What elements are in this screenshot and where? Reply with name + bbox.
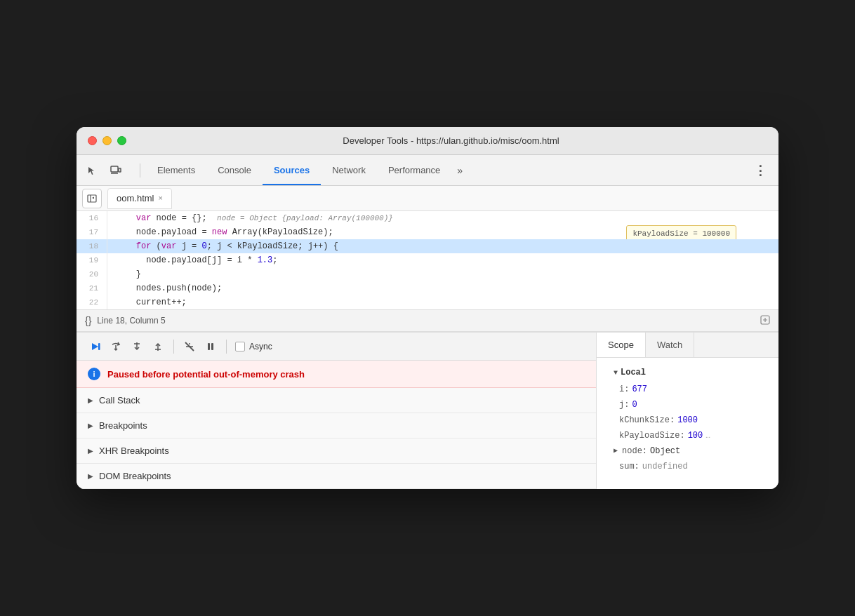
source-file-tab[interactable]: oom.html × bbox=[107, 188, 172, 209]
callstack-label: Call Stack bbox=[99, 395, 140, 406]
debug-toolbar: Async bbox=[77, 333, 596, 361]
xhr-label: XHR Breakpoints bbox=[99, 446, 169, 456]
scope-val-sum: undefined bbox=[642, 459, 688, 474]
pause-on-exception-button[interactable] bbox=[201, 337, 220, 356]
tab-bar: Elements Console Sources Network Perform… bbox=[77, 155, 778, 186]
tab-performance[interactable]: Performance bbox=[377, 155, 451, 185]
code-content-16: var node = {}; node = Object {payload: A… bbox=[107, 211, 778, 225]
status-bar-right-area bbox=[760, 315, 770, 327]
scope-content: ▼ Local i: 677 j: 0 kChunkSize: 1000 kPa… bbox=[597, 358, 778, 481]
device-toggle-icon[interactable] bbox=[106, 161, 126, 180]
scope-val-j: 0 bbox=[632, 397, 637, 413]
status-bar: {} Line 18, Column 5 bbox=[77, 309, 778, 332]
svg-marker-7 bbox=[92, 343, 98, 350]
dom-arrow: ▶ bbox=[88, 472, 93, 480]
breakpoints-label: Breakpoints bbox=[99, 420, 147, 431]
more-tabs-button[interactable]: » bbox=[451, 165, 468, 176]
sidebar-toggle-icon[interactable] bbox=[82, 189, 102, 208]
code-line-22: 22 current++; bbox=[77, 295, 778, 309]
source-tab-close[interactable]: × bbox=[158, 194, 162, 202]
scope-key-node: node: bbox=[622, 443, 647, 459]
debug-area: Async i Paused before potential out-of-m… bbox=[77, 333, 596, 489]
svg-rect-17 bbox=[208, 343, 210, 350]
code-content-19: node.payload[j] = i * 1.3; bbox=[107, 253, 778, 267]
async-label: Async bbox=[249, 342, 272, 351]
close-button[interactable] bbox=[88, 136, 97, 145]
line-number-17: 17 bbox=[77, 225, 107, 239]
xhr-arrow: ▶ bbox=[88, 447, 93, 455]
scope-item-kpayloadsize: kPayloadSize: 100… bbox=[608, 428, 767, 443]
scope-key-i: i: bbox=[619, 382, 629, 397]
scope-key-j: j: bbox=[619, 397, 629, 413]
cursor-icon[interactable] bbox=[82, 161, 102, 180]
scope-item-j: j: 0 bbox=[608, 397, 767, 413]
line-number-20: 20 bbox=[77, 267, 107, 281]
resume-button[interactable] bbox=[85, 337, 105, 356]
tab-elements[interactable]: Elements bbox=[146, 155, 206, 185]
async-toggle[interactable]: Async bbox=[235, 342, 272, 351]
step-into-button[interactable] bbox=[127, 337, 147, 356]
code-line-21: 21 nodes.push(node); bbox=[77, 281, 778, 295]
code-line-16: 16 var node = {}; node = Object {payload… bbox=[77, 211, 778, 225]
callstack-accordion[interactable]: ▶ Call Stack bbox=[77, 388, 596, 413]
breakpoints-header[interactable]: ▶ Breakpoints bbox=[77, 413, 596, 438]
code-line-18: 18 for (var j = 0; j < kPayloadSize; j++… bbox=[77, 239, 778, 253]
scope-val-i: 677 bbox=[632, 382, 647, 397]
line-number-19: 19 bbox=[77, 253, 107, 267]
devtools-menu-icon[interactable]: ⋮ bbox=[748, 160, 773, 181]
scope-tab-watch[interactable]: Watch bbox=[646, 333, 694, 357]
async-checkbox[interactable] bbox=[235, 342, 245, 351]
step-over-button[interactable] bbox=[106, 337, 126, 356]
scope-local-section[interactable]: ▼ Local bbox=[608, 365, 767, 382]
oom-message: Paused before potential out-of-memory cr… bbox=[107, 369, 305, 380]
scope-val-kchunksize: 1000 bbox=[677, 413, 698, 428]
scope-panel: Scope Watch ▼ Local i: 677 j: 0 bbox=[596, 333, 778, 489]
lower-panel: Async i Paused before potential out-of-m… bbox=[77, 332, 778, 489]
source-filename: oom.html bbox=[117, 193, 154, 203]
svg-rect-18 bbox=[211, 343, 213, 350]
dom-breakpoints-accordion[interactable]: ▶ DOM Breakpoints bbox=[77, 464, 596, 489]
minimize-button[interactable] bbox=[102, 136, 112, 145]
info-icon: i bbox=[88, 368, 100, 380]
code-content-21: nodes.push(node); bbox=[107, 281, 778, 295]
dom-breakpoints-header[interactable]: ▶ DOM Breakpoints bbox=[77, 464, 596, 488]
line-number-21: 21 bbox=[77, 281, 107, 295]
tab-sources[interactable]: Sources bbox=[263, 155, 321, 185]
scope-item-node[interactable]: ▶ node: Object bbox=[608, 443, 767, 459]
scope-tabs: Scope Watch bbox=[597, 333, 778, 358]
callstack-header[interactable]: ▶ Call Stack bbox=[77, 388, 596, 413]
source-tabs: oom.html × bbox=[77, 186, 778, 211]
window-title: Developer Tools - https://ulan.github.io… bbox=[135, 135, 767, 146]
code-editor[interactable]: 16 var node = {}; node = Object {payload… bbox=[77, 211, 778, 309]
tab-network[interactable]: Network bbox=[321, 155, 377, 185]
debug-separator-2 bbox=[226, 340, 227, 354]
scope-tab-scope[interactable]: Scope bbox=[597, 333, 646, 357]
tab-console[interactable]: Console bbox=[206, 155, 263, 185]
svg-rect-0 bbox=[111, 166, 118, 172]
oom-warning: i Paused before potential out-of-memory … bbox=[77, 361, 596, 388]
scope-key-kchunksize: kChunkSize: bbox=[619, 413, 675, 428]
code-content-20: } bbox=[107, 267, 778, 281]
xhr-breakpoints-accordion[interactable]: ▶ XHR Breakpoints bbox=[77, 438, 596, 464]
node-expand-arrow: ▶ bbox=[614, 443, 618, 459]
line-number-16: 16 bbox=[77, 211, 107, 225]
breakpoints-accordion[interactable]: ▶ Breakpoints bbox=[77, 413, 596, 438]
debug-separator-1 bbox=[173, 340, 174, 354]
curly-braces-icon: {} bbox=[85, 315, 91, 326]
tab-bar-icons bbox=[82, 161, 126, 180]
status-text: Line 18, Column 5 bbox=[97, 316, 165, 326]
callstack-arrow: ▶ bbox=[88, 396, 93, 404]
scope-item-kchunksize: kChunkSize: 1000 bbox=[608, 413, 767, 428]
scope-val-node: Object bbox=[650, 443, 680, 459]
svg-rect-1 bbox=[119, 168, 121, 172]
line-number-18: 18 bbox=[77, 239, 107, 253]
code-content-22: current++; bbox=[107, 295, 778, 309]
step-out-button[interactable] bbox=[148, 337, 168, 356]
title-bar: Developer Tools - https://ulan.github.io… bbox=[77, 127, 778, 155]
breakpoints-arrow: ▶ bbox=[88, 422, 93, 429]
devtools-window: Developer Tools - https://ulan.github.io… bbox=[77, 127, 778, 489]
xhr-breakpoints-header[interactable]: ▶ XHR Breakpoints bbox=[77, 438, 596, 463]
code-line-20: 20 } bbox=[77, 267, 778, 281]
deactivate-breakpoints-button[interactable] bbox=[180, 337, 199, 356]
maximize-button[interactable] bbox=[117, 136, 126, 145]
